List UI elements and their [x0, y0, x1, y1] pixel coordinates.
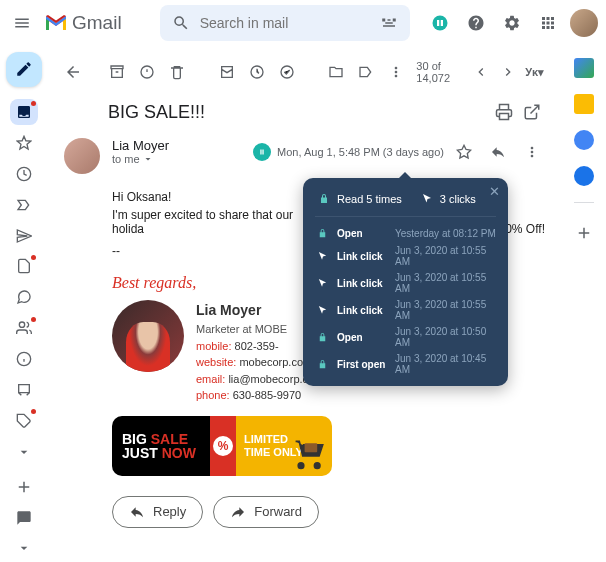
cursor-icon [420, 192, 434, 206]
labels-icon[interactable] [352, 58, 380, 86]
svg-rect-5 [305, 443, 318, 452]
tooltip-event-row: Link clickJun 3, 2020 at 10:55 AM [315, 244, 496, 268]
move-icon[interactable] [322, 58, 350, 86]
add-icon[interactable] [10, 473, 38, 500]
snooze-icon[interactable] [243, 58, 271, 86]
delete-icon[interactable] [163, 58, 191, 86]
compose-button[interactable] [6, 52, 42, 87]
label-icon[interactable] [10, 407, 38, 434]
right-rail [562, 46, 606, 562]
keyboard-icon[interactable]: Уκ▾ [523, 58, 546, 86]
sender-row: Lia Moyer to me Mon, Aug 1, 5:48 PM (3 d… [64, 134, 546, 178]
left-rail [0, 46, 48, 562]
email-toolbar: 30 of 14,072 Уκ▾ [64, 54, 546, 90]
search-options-icon[interactable] [380, 14, 398, 32]
tooltip-event-row: OpenJun 3, 2020 at 10:50 AM [315, 325, 496, 349]
click-stat: 3 clicks [420, 192, 476, 206]
header-actions [426, 9, 598, 37]
message-count: 30 of 14,072 [416, 60, 466, 84]
archive-icon[interactable] [103, 58, 131, 86]
inbox-icon[interactable] [10, 99, 38, 126]
more-icon[interactable] [382, 58, 410, 86]
header: Gmail [0, 0, 606, 46]
svg-point-0 [433, 16, 448, 31]
bottom-chat-icon[interactable] [10, 504, 38, 531]
starred-icon[interactable] [10, 129, 38, 156]
drafts-icon[interactable] [10, 253, 38, 280]
back-icon[interactable] [64, 58, 82, 86]
sender-to[interactable]: to me [112, 153, 169, 165]
tooltip-event-row: Link clickJun 3, 2020 at 10:55 AM [315, 298, 496, 322]
gmail-text: Gmail [72, 12, 122, 34]
read-stat: Read 5 times [317, 192, 402, 206]
search-input[interactable] [200, 15, 380, 31]
task-icon[interactable] [273, 58, 301, 86]
close-icon[interactable]: ✕ [489, 184, 500, 199]
expand-icon[interactable] [10, 438, 38, 465]
cart-icon [292, 436, 328, 472]
apps-icon[interactable] [534, 9, 562, 37]
info-icon[interactable] [10, 346, 38, 373]
tooltip-event-row: Link clickJun 3, 2020 at 10:55 AM [315, 271, 496, 295]
forward-button[interactable]: Forward [213, 496, 319, 528]
subject-row: BIG SALE!!! [64, 90, 546, 134]
tracker-badge-icon[interactable] [253, 143, 271, 161]
star-icon[interactable] [450, 138, 478, 166]
tracker-icon[interactable] [426, 9, 454, 37]
popout-icon[interactable] [518, 98, 546, 126]
email-actions: Reply Forward [112, 476, 546, 528]
sent-icon[interactable] [10, 222, 38, 249]
help-icon[interactable] [462, 9, 490, 37]
more-sender-icon[interactable] [518, 138, 546, 166]
unread-icon[interactable] [213, 58, 241, 86]
next-icon[interactable] [497, 58, 520, 86]
reply-icon[interactable] [484, 138, 512, 166]
bottom-expand-icon[interactable] [10, 535, 38, 562]
main-content: 30 of 14,072 Уκ▾ BIG SALE!!! Lia Moyer t… [48, 46, 562, 562]
sender-avatar [64, 138, 100, 174]
sender-name: Lia Moyer [112, 138, 169, 153]
promo-banner[interactable]: BIG SALE JUST NOW % LIMITEDTIME ONLY [112, 416, 332, 476]
tracking-tooltip: ✕ Read 5 times 3 clicks OpenYesterday at… [303, 178, 508, 386]
sig-phone: phone: 630-885-9970 [196, 387, 323, 404]
email-date: Mon, Aug 1, 5:48 PM (3 days ago) [277, 146, 444, 158]
settings-icon[interactable] [498, 9, 526, 37]
contacts-icon[interactable] [10, 315, 38, 342]
menu-icon[interactable] [8, 9, 36, 37]
lock-icon [317, 192, 331, 206]
tooltip-event-row: OpenYesterday at 08:12 PM [315, 225, 496, 241]
calendar-app-icon[interactable] [574, 58, 594, 78]
chat-icon[interactable] [10, 284, 38, 311]
reply-button[interactable]: Reply [112, 496, 203, 528]
add-app-icon[interactable] [570, 219, 598, 247]
search-icon [172, 14, 190, 32]
gmail-logo[interactable]: Gmail [44, 12, 122, 34]
keep-app-icon[interactable] [574, 94, 594, 114]
tooltip-event-row: First openJun 3, 2020 at 10:45 AM [315, 352, 496, 376]
contacts-app-icon[interactable] [574, 166, 594, 186]
prev-icon[interactable] [470, 58, 493, 86]
print-icon[interactable] [490, 98, 518, 126]
search-bar[interactable] [160, 5, 410, 41]
profile-avatar[interactable] [570, 9, 598, 37]
important-icon[interactable] [10, 191, 38, 218]
tasks-app-icon[interactable] [574, 130, 594, 150]
all-mail-icon[interactable] [10, 377, 38, 404]
spam-icon[interactable] [133, 58, 161, 86]
snoozed-icon[interactable] [10, 160, 38, 187]
subject: BIG SALE!!! [108, 102, 490, 123]
signature-photo [112, 300, 184, 372]
